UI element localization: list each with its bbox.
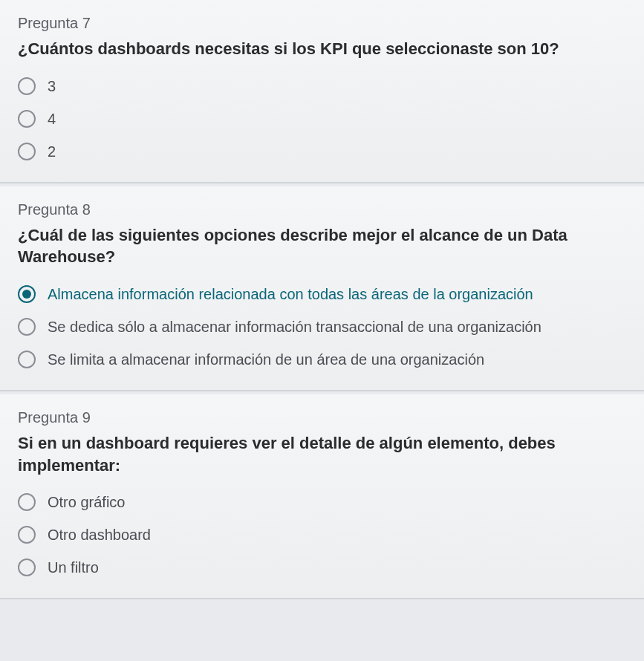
option-text: Otro dashboard xyxy=(48,525,151,544)
option-text: Un filtro xyxy=(48,558,99,577)
radio-icon xyxy=(18,526,36,544)
option-row-q7-1[interactable]: 3 xyxy=(18,76,626,96)
option-row-q9-1[interactable]: Otro gráfico xyxy=(18,492,626,512)
radio-icon xyxy=(18,77,36,95)
question-block-7: Pregunta 7 ¿Cuántos dashboards necesitas… xyxy=(0,0,644,183)
radio-icon xyxy=(18,110,36,128)
option-text: Otro gráfico xyxy=(48,492,125,512)
option-row-q7-3[interactable]: 2 xyxy=(18,142,626,161)
option-row-q8-1[interactable]: Almacena información relacionada con tod… xyxy=(18,284,626,304)
question-text: ¿Cuántos dashboards necesitas si los KPI… xyxy=(18,38,626,60)
question-text: Si en un dashboard requieres ver el deta… xyxy=(18,432,626,476)
radio-icon xyxy=(18,318,36,336)
question-label: Pregunta 7 xyxy=(18,15,626,32)
radio-icon xyxy=(18,143,36,160)
radio-icon-selected xyxy=(18,285,36,303)
option-text: 4 xyxy=(48,109,56,128)
question-text: ¿Cuál de las siguientes opciones describ… xyxy=(18,224,626,268)
option-text: Almacena información relacionada con tod… xyxy=(48,284,533,304)
question-label: Pregunta 8 xyxy=(18,201,626,218)
option-row-q7-2[interactable]: 4 xyxy=(18,109,626,128)
option-row-q8-3[interactable]: Se limita a almacenar información de un … xyxy=(18,350,626,369)
option-text: Se dedica sólo a almacenar información t… xyxy=(48,317,541,336)
question-block-8: Pregunta 8 ¿Cuál de las siguientes opcio… xyxy=(0,186,644,391)
option-text: 3 xyxy=(48,76,56,96)
option-row-q9-3[interactable]: Un filtro xyxy=(18,558,626,577)
option-text: 2 xyxy=(48,142,56,161)
option-row-q8-2[interactable]: Se dedica sólo a almacenar información t… xyxy=(18,317,626,336)
option-row-q9-2[interactable]: Otro dashboard xyxy=(18,525,626,544)
question-block-9: Pregunta 9 Si en un dashboard requieres … xyxy=(0,394,644,599)
radio-icon xyxy=(18,493,36,511)
option-text: Se limita a almacenar información de un … xyxy=(48,350,484,369)
radio-icon xyxy=(18,351,36,368)
question-label: Pregunta 9 xyxy=(18,409,626,426)
radio-icon xyxy=(18,559,36,576)
